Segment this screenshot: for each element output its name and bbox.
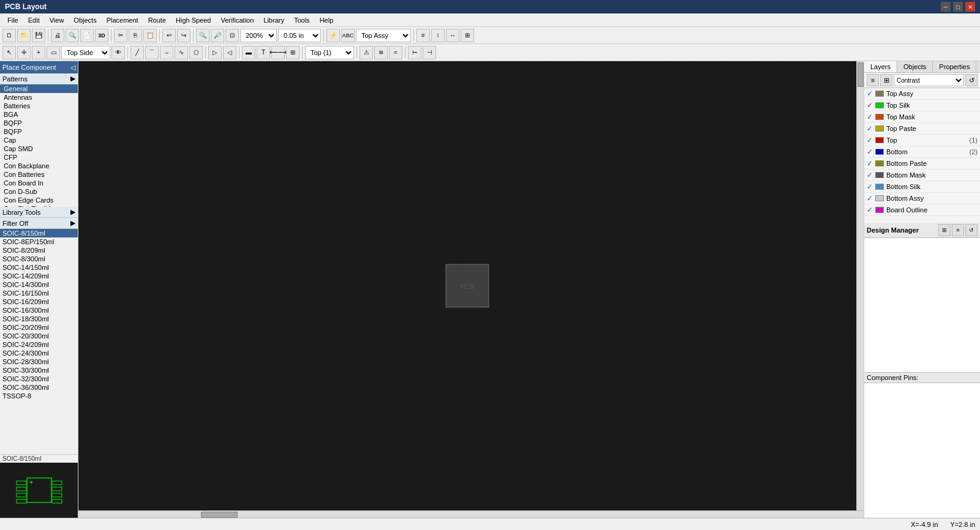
grid-dropdown[interactable]: 0.05 in 0.01 in 0.025 in: [278, 29, 321, 42]
pattern-con-board-in[interactable]: Con Board In: [0, 179, 78, 187]
zoom-out-button[interactable]: 🔎: [211, 29, 224, 42]
side-dropdown[interactable]: Top Side Bottom Side: [61, 46, 110, 59]
unroute-button[interactable]: ≈: [389, 46, 402, 59]
new-button[interactable]: 🗋: [2, 29, 16, 42]
pattern-con-batteries[interactable]: Con Batteries: [0, 170, 78, 179]
comp-soic30-300[interactable]: SOIC-30/300ml: [0, 366, 78, 375]
layer-row-top[interactable]: ✓ Top (1): [864, 135, 980, 146]
menu-edit[interactable]: Edit: [23, 15, 45, 25]
pattern-cap[interactable]: Cap: [0, 136, 78, 144]
pattern-batteries[interactable]: Batteries: [0, 102, 78, 110]
layer-top-dropdown[interactable]: Top (1) Bottom (2): [305, 46, 354, 59]
copy-button[interactable]: ⎘: [129, 29, 142, 42]
3d-button[interactable]: 3D: [95, 29, 108, 42]
layer-icon-btn2[interactable]: ⊞: [880, 74, 892, 86]
menu-highspeed[interactable]: High Speed: [171, 15, 216, 25]
comp-soic14-209[interactable]: SOIC-14/209ml: [0, 272, 78, 280]
pattern-con-d-sub[interactable]: Con D-Sub: [0, 187, 78, 196]
comp-soic8ep-150[interactable]: SOIC-8EP/150ml: [0, 237, 78, 246]
pattern-cfp[interactable]: CFP: [0, 153, 78, 162]
menu-library[interactable]: Library: [258, 15, 289, 25]
layer-row-top-mask[interactable]: ✓ Top Mask: [864, 111, 980, 123]
panel-collapse-icon[interactable]: ◁: [70, 64, 75, 72]
arc3-button[interactable]: ∿: [175, 46, 188, 59]
contrast-dropdown[interactable]: Contrast Normal Dim: [894, 74, 964, 86]
ratsnest-button[interactable]: ≋: [374, 46, 388, 59]
layer-row-bottom-assy[interactable]: ✓ Bottom Assy: [864, 193, 980, 204]
close-button[interactable]: ✕: [965, 2, 975, 12]
layer-row-top-paste[interactable]: ✓ Top Paste: [864, 123, 980, 135]
layer-assy-dropdown[interactable]: Top Assy Bottom Assy Top Silk: [356, 29, 411, 42]
comp-soic18-300[interactable]: SOIC-18/300ml: [0, 315, 78, 323]
menu-placement[interactable]: Placement: [102, 15, 143, 25]
comp-soic24-300[interactable]: SOIC-24/300ml: [0, 349, 78, 357]
design-mgr-btn3[interactable]: ↺: [965, 224, 978, 236]
place-comp-button[interactable]: ▷: [208, 46, 222, 59]
netlist-button[interactable]: ⚡: [326, 29, 340, 42]
layer-icon-btn3[interactable]: ↺: [965, 74, 978, 86]
pattern-bqfp[interactable]: BQFP: [0, 119, 78, 127]
zoom-fit-button[interactable]: ⊡: [225, 29, 239, 42]
comp-soic14-150[interactable]: SOIC-14/150ml: [0, 263, 78, 272]
layer-row-bottom-silk[interactable]: ✓ Bottom Silk: [864, 181, 980, 193]
pattern-bqfp2[interactable]: BQFP: [0, 127, 78, 136]
gerber-button[interactable]: 📄: [80, 29, 94, 42]
tb-btn-misc4[interactable]: ⊞: [461, 29, 474, 42]
library-tools-section-header[interactable]: Library Tools ▶: [0, 207, 78, 218]
place-comp2-button[interactable]: ◁: [223, 46, 236, 59]
poly-button[interactable]: ⬠: [189, 46, 203, 59]
minimize-button[interactable]: ─: [941, 2, 951, 12]
design-mgr-btn2[interactable]: ≡: [952, 224, 964, 236]
line-button[interactable]: ╱: [130, 46, 144, 59]
align2-button[interactable]: ⊣: [423, 46, 436, 59]
layer-icon-btn1[interactable]: ≡: [867, 74, 879, 86]
menu-verification[interactable]: Verification: [216, 15, 259, 25]
save-button[interactable]: 💾: [32, 29, 45, 42]
paste-button[interactable]: 📋: [143, 29, 157, 42]
layer-row-bottom[interactable]: ✓ Bottom (2): [864, 146, 980, 158]
eyedrop-button[interactable]: 👁: [111, 46, 125, 59]
menu-tools[interactable]: Tools: [289, 15, 315, 25]
abc-button[interactable]: ABC: [341, 29, 355, 42]
layer-row-board-outline[interactable]: ✓ Board Outline: [864, 204, 980, 216]
tb-btn-misc3[interactable]: ↔: [446, 29, 459, 42]
layer-row-bottom-paste[interactable]: ✓ Bottom Paste: [864, 158, 980, 170]
restore-button[interactable]: □: [953, 2, 963, 12]
cut-button[interactable]: ✂: [114, 29, 127, 42]
comp-soic16-209[interactable]: SOIC-16/209ml: [0, 297, 78, 306]
add-button[interactable]: +: [32, 46, 45, 59]
comp-soic16-300[interactable]: SOIC-16/300ml: [0, 306, 78, 315]
pcb-canvas[interactable]: [78, 61, 856, 510]
pattern-general[interactable]: General: [0, 84, 78, 93]
comp-soic36-300[interactable]: SOIC-36/300ml: [0, 383, 78, 392]
comp-soic20-300[interactable]: SOIC-20/300ml: [0, 332, 78, 340]
preview-button[interactable]: 🔍: [66, 29, 79, 42]
select-button[interactable]: ↖: [2, 46, 16, 59]
comp-soic8-209[interactable]: SOIC-8/209ml: [0, 246, 78, 255]
tab-properties[interactable]: Properties: [933, 61, 976, 72]
tb-btn-misc2[interactable]: ↕: [431, 29, 445, 42]
pattern-cap-smd[interactable]: Cap SMD: [0, 144, 78, 153]
pattern-bga[interactable]: BGA: [0, 110, 78, 119]
comp-soic20-209[interactable]: SOIC-20/209ml: [0, 323, 78, 332]
layer-row-bottom-mask[interactable]: ✓ Bottom Mask: [864, 170, 980, 181]
comp-soic16-150[interactable]: SOIC-16/150ml: [0, 289, 78, 297]
menu-file[interactable]: File: [2, 15, 23, 25]
open-button[interactable]: 📁: [17, 29, 31, 42]
drc-button[interactable]: ⚠: [360, 46, 373, 59]
layer-row-top-silk[interactable]: ✓ Top Silk: [864, 100, 980, 111]
filter-section-header[interactable]: Filter Off ▶: [0, 218, 78, 229]
comp-soic24-209[interactable]: SOIC-24/209ml: [0, 340, 78, 349]
menu-route[interactable]: Route: [143, 15, 171, 25]
dim-button[interactable]: ⟵⟶: [271, 46, 285, 59]
grid2-button[interactable]: ⊞: [286, 46, 300, 59]
tb-btn-misc1[interactable]: ≡: [417, 29, 430, 42]
board-button[interactable]: ▭: [47, 46, 60, 59]
comp-soic8-150[interactable]: SOIC-8/150ml: [0, 229, 78, 237]
undo-button[interactable]: ↩: [162, 29, 176, 42]
align-button[interactable]: ⊢: [408, 46, 421, 59]
menu-objects[interactable]: Objects: [69, 15, 101, 25]
zoom-dropdown[interactable]: 200% 100% 50% 400%: [240, 29, 277, 42]
pattern-con-edge-cards[interactable]: Con Edge Cards: [0, 196, 78, 204]
print-button[interactable]: 🖨: [51, 29, 64, 42]
